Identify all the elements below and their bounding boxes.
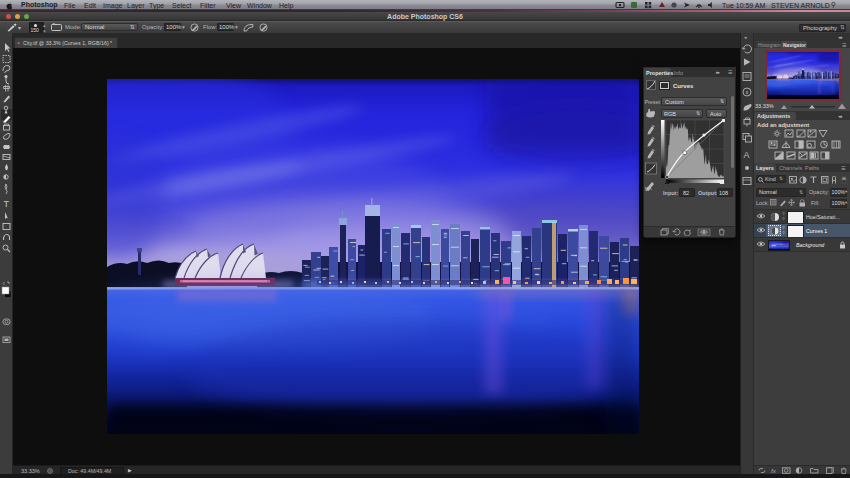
svg-text:fx: fx — [771, 467, 777, 473]
svg-text:T: T — [4, 199, 10, 209]
svg-text:A: A — [744, 150, 750, 160]
